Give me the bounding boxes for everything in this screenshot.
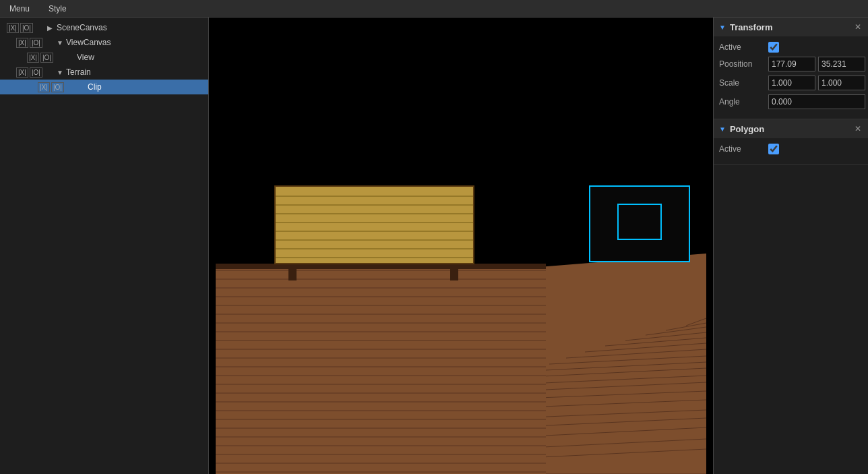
transform-position-y[interactable] <box>818 57 865 71</box>
x-btn-clip[interactable]: |X| <box>38 82 50 92</box>
transform-position-row: Poosition <box>719 57 863 71</box>
polygon-active-checkbox[interactable] <box>768 144 779 154</box>
transform-active-row: Active <box>719 42 863 53</box>
transform-section: ▼ Transform ✕ Active Poosition <box>714 18 868 119</box>
transform-active-label: Active <box>719 42 763 52</box>
o-btn-clip[interactable]: |O| <box>51 82 64 92</box>
polygon-active-label: Active <box>719 144 763 154</box>
svg-rect-47 <box>216 264 546 269</box>
transform-angle-row: Angle <box>719 94 863 109</box>
arrow-terrain: ▼ <box>57 69 66 76</box>
arrow-clip <box>78 84 88 91</box>
transform-position-x[interactable] <box>768 57 815 71</box>
transform-title: Transform <box>730 22 849 32</box>
transform-scale-inputs <box>768 76 865 90</box>
o-btn-scene-canvas[interactable]: |O| <box>20 23 33 33</box>
x-btn-view-canvas[interactable]: |X| <box>16 38 28 48</box>
menu-item-style[interactable]: Style <box>44 3 71 15</box>
transform-body: Active Poosition Scale <box>714 36 868 119</box>
transform-scale-row: Scale <box>719 76 863 90</box>
polygon-header: ▼ Polygon ✕ <box>714 119 868 138</box>
transform-close-button[interactable]: ✕ <box>853 22 863 32</box>
menu-item-menu[interactable]: Menu <box>5 3 34 15</box>
o-btn-view-canvas[interactable]: |O| <box>30 38 42 48</box>
label-clip: Clip <box>88 82 208 92</box>
scene-svg <box>209 18 713 474</box>
tree-row-view-canvas[interactable]: |X| |O| ▼ ViewCanvas <box>0 35 208 50</box>
polygon-title: Polygon <box>730 124 849 134</box>
x-btn-terrain[interactable]: |X| <box>16 67 28 78</box>
o-btn-view[interactable]: |O| <box>40 53 53 63</box>
arrow-scene-canvas: ▶ <box>47 24 57 32</box>
polygon-close-button[interactable]: ✕ <box>853 124 863 134</box>
arrow-view <box>67 54 77 61</box>
tree-row-view[interactable]: |X| |O| View <box>0 50 208 65</box>
scene-tree-panel: |X| |O| ▶ SceneCanvas |X| |O| ▼ ViewCanv… <box>0 18 209 474</box>
transform-active-checkbox[interactable] <box>768 42 779 53</box>
label-view-canvas: ViewCanvas <box>66 38 208 47</box>
x-btn-scene-canvas[interactable]: |X| <box>7 23 19 33</box>
label-view: View <box>77 53 208 62</box>
tree-row-scene-canvas[interactable]: |X| |O| ▶ SceneCanvas <box>0 20 208 35</box>
svg-rect-60 <box>590 186 689 262</box>
label-terrain: Terrain <box>66 67 208 77</box>
svg-rect-50 <box>275 186 474 264</box>
transform-position-label: Poosition <box>719 59 763 69</box>
transform-scale-label: Scale <box>719 78 763 88</box>
transform-scale-y[interactable] <box>818 76 865 90</box>
transform-header: ▼ Transform ✕ <box>714 18 868 36</box>
polygon-body: Active <box>714 138 868 164</box>
arrow-view-canvas: ▼ <box>57 39 66 47</box>
transform-position-inputs <box>768 57 865 71</box>
polygon-active-checkbox-wrap <box>768 144 779 154</box>
transform-angle-label: Angle <box>719 97 763 107</box>
x-btn-view[interactable]: |X| <box>27 53 39 63</box>
polygon-active-row: Active <box>719 144 863 154</box>
transform-arrow-icon: ▼ <box>719 24 726 31</box>
viewport[interactable] <box>209 18 713 474</box>
tree-row-clip[interactable]: |X| |O| Clip <box>0 80 208 94</box>
menubar: Menu Style <box>0 0 868 18</box>
o-btn-terrain[interactable]: |O| <box>30 67 42 78</box>
label-scene-canvas: SceneCanvas <box>57 23 208 32</box>
main-layout: |X| |O| ▶ SceneCanvas |X| |O| ▼ ViewCanv… <box>0 18 868 474</box>
polygon-section: ▼ Polygon ✕ Active <box>714 119 868 165</box>
polygon-arrow-icon: ▼ <box>719 125 726 133</box>
transform-scale-x[interactable] <box>768 76 815 90</box>
svg-rect-22 <box>216 267 546 474</box>
transform-active-checkbox-wrap <box>768 42 779 53</box>
right-panel: ▼ Transform ✕ Active Poosition <box>713 18 868 474</box>
transform-angle-value[interactable] <box>768 94 865 109</box>
tree-row-terrain[interactable]: |X| |O| ▼ Terrain <box>0 65 208 80</box>
